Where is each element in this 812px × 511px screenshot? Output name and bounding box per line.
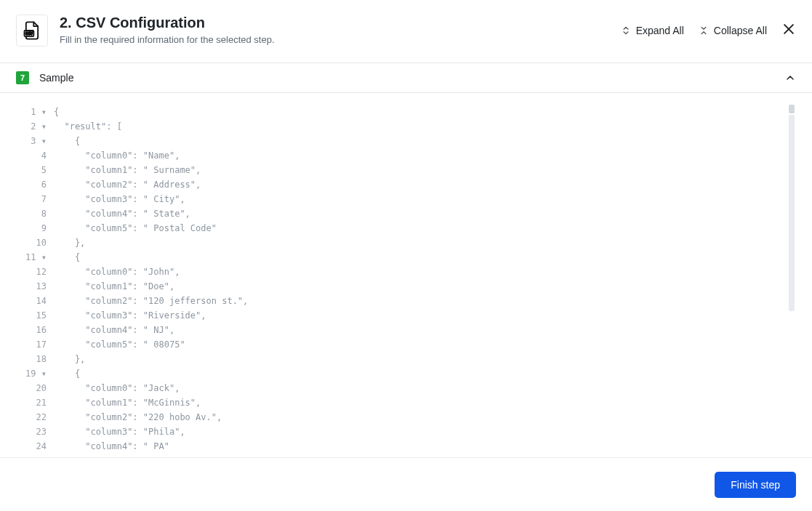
svg-text:CSV: CSV [25, 32, 33, 36]
close-button[interactable] [781, 22, 796, 39]
footer: Finish step [0, 457, 812, 511]
section-title: Sample [39, 72, 73, 84]
gutter-line: 9 [16, 221, 47, 236]
code-line: "column2": "120 jefferson st.", [54, 294, 248, 308]
finish-step-button[interactable]: Finish step [715, 472, 796, 498]
gutter-line: 24 [16, 439, 47, 451]
unfold-icon [621, 25, 631, 36]
code-line: "column3": "Phila", [54, 425, 248, 439]
gutter-line: 22 [16, 410, 47, 425]
code-line: }, [54, 352, 248, 366]
code-line: "column1": "Doe", [54, 279, 248, 294]
gutter-line: 19 ▾ [16, 366, 47, 381]
code-line: "column4": " State", [54, 206, 248, 221]
code-line: "column5": " 08075" [54, 337, 248, 352]
code-line: "column1": "McGinnis", [54, 395, 248, 410]
gutter-line: 8 [16, 206, 47, 221]
code-line: "column0": "John", [54, 265, 248, 279]
close-icon [781, 22, 796, 36]
header-titles: 2. CSV Configuration Fill in the require… [60, 15, 275, 45]
gutter-line: 16 [16, 323, 47, 337]
collapse-all-label: Collapse All [714, 25, 767, 36]
code-line: "result": [ [54, 119, 248, 134]
vertical-scrollbar[interactable] [789, 105, 795, 451]
chevron-up-icon [784, 72, 796, 84]
csv-file-icon: CSV [16, 15, 48, 47]
gutter-line: 11 ▾ [16, 250, 47, 265]
section-left: 7 Sample [16, 71, 73, 84]
gutter-line: 20 [16, 381, 47, 395]
expand-all-button[interactable]: Expand All [621, 25, 684, 36]
gutter-line: 14 [16, 294, 47, 308]
code-line: "column3": "Riverside", [54, 308, 248, 323]
gutter-line: 5 [16, 163, 47, 177]
code-line: "column4": " NJ", [54, 323, 248, 337]
gutter-line: 3 ▾ [16, 134, 47, 148]
gutter-line: 15 [16, 308, 47, 323]
scroll-up-cap[interactable] [789, 105, 795, 113]
gutter-line: 7 [16, 192, 47, 206]
expand-all-label: Expand All [636, 25, 684, 36]
code-line: "column2": " Address", [54, 177, 248, 192]
code-surface: 1 ▾2 ▾3 ▾4 5 6 7 8 9 10 11 ▾12 13 14 15 … [16, 105, 796, 451]
header-actions: Expand All Collapse All [621, 15, 796, 39]
code-line: "column5": " Postal Code" [54, 221, 248, 236]
gutter-line: 1 ▾ [16, 105, 47, 119]
page-title: 2. CSV Configuration [60, 15, 275, 31]
gutter-line: 17 [16, 337, 47, 352]
gutter-line: 21 [16, 395, 47, 410]
gutter-line: 13 [16, 279, 47, 294]
code-line: { [54, 366, 248, 381]
gutter-line: 12 [16, 265, 47, 279]
gutter-line: 2 ▾ [16, 119, 47, 134]
header-left: CSV 2. CSV Configuration Fill in the req… [16, 15, 275, 47]
section-header-sample[interactable]: 7 Sample [0, 63, 812, 93]
code-line: "column4": " PA" [54, 439, 248, 451]
code-editor[interactable]: 1 ▾2 ▾3 ▾4 5 6 7 8 9 10 11 ▾12 13 14 15 … [0, 93, 796, 451]
gutter-line: 23 [16, 425, 47, 439]
code-line: "column2": "220 hobo Av.", [54, 410, 248, 425]
gutter-line: 4 [16, 148, 47, 163]
code-line: { [54, 105, 248, 119]
code-line: "column3": " City", [54, 192, 248, 206]
code-line: "column1": " Surname", [54, 163, 248, 177]
code-line: }, [54, 236, 248, 250]
gutter-line: 18 [16, 352, 47, 366]
collapse-all-button[interactable]: Collapse All [699, 25, 767, 36]
code-line: "column0": "Name", [54, 148, 248, 163]
code-line: { [54, 134, 248, 148]
page-subtitle: Fill in the required information for the… [60, 34, 275, 45]
gutter: 1 ▾2 ▾3 ▾4 5 6 7 8 9 10 11 ▾12 13 14 15 … [16, 105, 54, 451]
code-lines: { "result": [ { "column0": "Name", "colu… [54, 105, 248, 451]
gutter-line: 10 [16, 236, 47, 250]
code-line: { [54, 250, 248, 265]
gutter-line: 6 [16, 177, 47, 192]
code-line: "column0": "Jack", [54, 381, 248, 395]
section-number-badge: 7 [16, 71, 29, 84]
page-header: CSV 2. CSV Configuration Fill in the req… [0, 0, 812, 63]
scroll-thumb[interactable] [789, 115, 795, 311]
fold-icon [699, 25, 709, 36]
